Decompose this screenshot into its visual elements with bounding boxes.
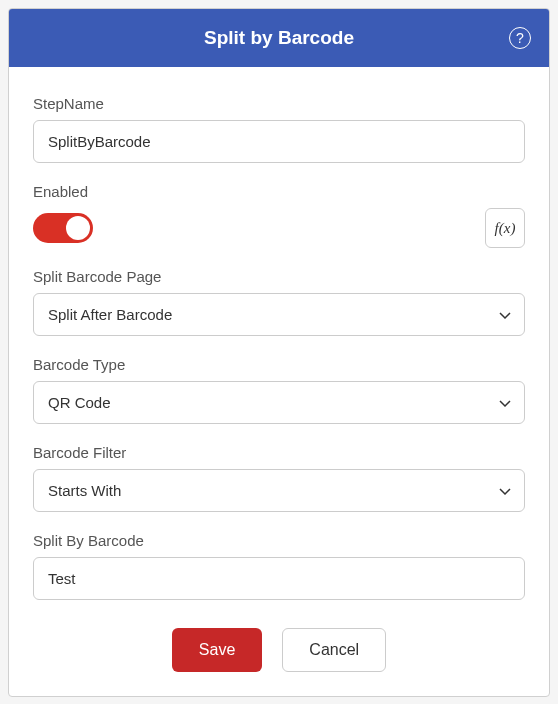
barcode-type-select[interactable]: QR Code — [33, 381, 525, 424]
cancel-button[interactable]: Cancel — [282, 628, 386, 672]
step-name-input[interactable] — [33, 120, 525, 163]
enabled-row: f(x) — [33, 208, 525, 248]
dialog-header: Split by Barcode ? — [9, 9, 549, 67]
fx-button[interactable]: f(x) — [485, 208, 525, 248]
toggle-knob — [66, 216, 90, 240]
split-by-barcode-dialog: Split by Barcode ? StepName Enabled f(x)… — [8, 8, 550, 697]
barcode-filter-select-wrapper: Starts With — [33, 469, 525, 512]
split-barcode-page-select-wrapper: Split After Barcode — [33, 293, 525, 336]
split-barcode-page-select[interactable]: Split After Barcode — [33, 293, 525, 336]
enabled-toggle[interactable] — [33, 213, 93, 243]
button-row: Save Cancel — [33, 628, 525, 672]
barcode-filter-label: Barcode Filter — [33, 444, 525, 461]
split-by-barcode-group: Split By Barcode — [33, 532, 525, 600]
barcode-type-group: Barcode Type QR Code — [33, 356, 525, 424]
barcode-filter-select[interactable]: Starts With — [33, 469, 525, 512]
barcode-type-select-wrapper: QR Code — [33, 381, 525, 424]
dialog-title: Split by Barcode — [204, 27, 354, 49]
split-by-barcode-label: Split By Barcode — [33, 532, 525, 549]
step-name-group: StepName — [33, 95, 525, 163]
barcode-filter-group: Barcode Filter Starts With — [33, 444, 525, 512]
help-icon[interactable]: ? — [509, 27, 531, 49]
step-name-label: StepName — [33, 95, 525, 112]
split-by-barcode-input[interactable] — [33, 557, 525, 600]
dialog-body: StepName Enabled f(x) Split Barcode Page… — [9, 67, 549, 696]
split-barcode-page-label: Split Barcode Page — [33, 268, 525, 285]
save-button[interactable]: Save — [172, 628, 262, 672]
enabled-group: Enabled f(x) — [33, 183, 525, 248]
barcode-type-label: Barcode Type — [33, 356, 525, 373]
enabled-label: Enabled — [33, 183, 525, 200]
split-barcode-page-group: Split Barcode Page Split After Barcode — [33, 268, 525, 336]
